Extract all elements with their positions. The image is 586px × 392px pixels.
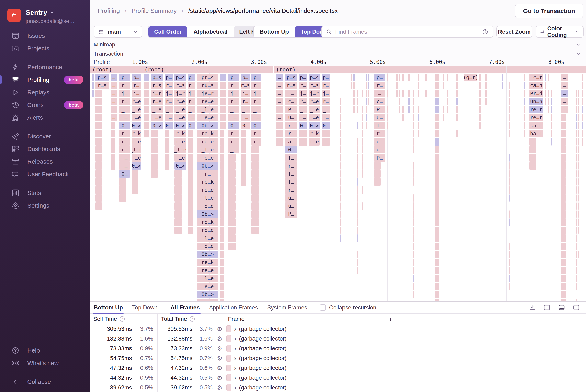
flame-frame[interactable]: [366, 122, 367, 130]
sidebar-item-issues[interactable]: Issues: [0, 30, 90, 42]
flame-frame[interactable]: f…: [285, 154, 297, 162]
flame-frame[interactable]: 0…: [251, 122, 261, 130]
flame-frame[interactable]: [96, 178, 102, 186]
flame-frame[interactable]: _…e: [309, 114, 320, 122]
flame-frame[interactable]: _l…e: [197, 146, 218, 154]
flame-frame[interactable]: [241, 170, 246, 178]
download-icon[interactable]: [528, 304, 536, 311]
flame-frame[interactable]: [340, 234, 342, 242]
gear-icon[interactable]: ⚙: [216, 363, 223, 373]
flame-frame[interactable]: [413, 162, 414, 170]
flame-frame[interactable]: [340, 114, 342, 122]
flame-frame[interactable]: [413, 194, 414, 202]
flame-frame[interactable]: [425, 90, 427, 97]
flame-frame[interactable]: [188, 186, 193, 194]
flame-frame[interactable]: [435, 283, 439, 290]
flame-frame[interactable]: [578, 218, 578, 226]
flame-frame[interactable]: [362, 146, 363, 154]
flame-frame[interactable]: [408, 98, 410, 106]
flame-frame[interactable]: …: [276, 98, 283, 106]
flame-frame[interactable]: [509, 250, 510, 258]
flame-frame[interactable]: [228, 218, 236, 226]
flame-frame[interactable]: c…: [285, 98, 297, 106]
flame-frame[interactable]: [447, 74, 448, 81]
flame-frame[interactable]: [241, 162, 246, 170]
flame-frame[interactable]: [188, 202, 193, 210]
flame-frame[interactable]: [119, 194, 127, 202]
flame-frame[interactable]: …: [111, 90, 117, 97]
flame-frame[interactable]: [368, 82, 369, 89]
flame-frame[interactable]: u…: [374, 138, 385, 146]
flame-frame[interactable]: [576, 90, 577, 97]
flame-frame[interactable]: u…: [374, 146, 385, 154]
flame-frame[interactable]: [321, 130, 330, 138]
flame-frame[interactable]: [435, 275, 439, 282]
flame-frame[interactable]: [545, 90, 546, 97]
flame-frame[interactable]: [111, 146, 115, 154]
flame-frame[interactable]: p…: [228, 74, 239, 81]
flame-frame[interactable]: [387, 106, 388, 113]
layout-right-icon[interactable]: [572, 304, 580, 311]
flame-frame[interactable]: ba…1: [529, 130, 543, 138]
flame-frame[interactable]: [220, 138, 224, 146]
flame-frame[interactable]: [228, 178, 236, 186]
expand-chevron-icon[interactable]: ›: [234, 355, 236, 362]
flame-frame[interactable]: [561, 250, 566, 258]
find-frames-search[interactable]: Find Frames: [321, 26, 493, 38]
self-time-header[interactable]: Self Time ?: [93, 314, 125, 324]
flame-frame[interactable]: [576, 210, 577, 218]
flame-frame[interactable]: [357, 98, 358, 106]
flame-frame[interactable]: [188, 130, 193, 138]
flame-frame[interactable]: [151, 170, 158, 178]
flame-frame[interactable]: [357, 259, 358, 266]
flame-frame[interactable]: [456, 98, 457, 106]
flame-frame[interactable]: [413, 138, 414, 146]
flame-root-frame[interactable]: [447, 66, 506, 73]
flame-frame[interactable]: r…: [165, 82, 173, 89]
flame-frame[interactable]: [524, 122, 525, 130]
flame-frame[interactable]: r…: [321, 82, 330, 89]
flame-frame[interactable]: 0…>: [175, 122, 186, 130]
flame-frame[interactable]: [578, 202, 578, 210]
flame-frame[interactable]: …: [276, 90, 283, 97]
flame-frame[interactable]: [188, 226, 193, 234]
flame-frame[interactable]: [545, 74, 546, 81]
flame-frame[interactable]: [366, 114, 367, 122]
flame-frame[interactable]: [413, 130, 414, 138]
flame-frame[interactable]: [144, 122, 149, 130]
flame-frame[interactable]: _l…e: [197, 234, 218, 242]
flame-frame[interactable]: [578, 170, 578, 178]
flame-frame[interactable]: [368, 98, 369, 106]
flame-frame[interactable]: [188, 170, 193, 178]
flame-frame[interactable]: [561, 267, 566, 274]
flame-frame[interactable]: [96, 170, 102, 178]
frame-cell[interactable]: ›(garbage collector): [226, 383, 286, 392]
flame-frame[interactable]: [362, 202, 363, 210]
flame-frame[interactable]: _l…e: [175, 146, 186, 154]
flame-frame[interactable]: [228, 242, 236, 250]
flame-frame[interactable]: …: [111, 106, 117, 113]
flame-root-frame[interactable]: (root): [90, 66, 142, 73]
flame-frame[interactable]: …: [111, 114, 117, 122]
flame-frame[interactable]: _…e: [175, 114, 186, 122]
flame-frame[interactable]: [251, 154, 259, 162]
flame-frame[interactable]: [413, 210, 414, 218]
flame-frame[interactable]: [435, 98, 439, 106]
flame-frame[interactable]: [576, 194, 577, 202]
flame-frame[interactable]: [362, 90, 363, 97]
flame-frame[interactable]: r…: [119, 82, 130, 89]
flame-frame[interactable]: r…: [285, 122, 297, 130]
flame-frame[interactable]: [447, 90, 448, 97]
flame-frame[interactable]: [509, 98, 510, 106]
flame-frame[interactable]: r…: [228, 98, 239, 106]
flame-frame[interactable]: r…s: [96, 82, 109, 89]
flame-frame[interactable]: …: [111, 82, 117, 89]
flame-frame[interactable]: [220, 162, 224, 170]
flame-frame[interactable]: [456, 106, 457, 113]
flame-frame[interactable]: [561, 138, 566, 146]
flame-frame[interactable]: [340, 210, 342, 218]
flame-frame[interactable]: [418, 130, 419, 138]
frame-cell[interactable]: ›(garbage collector): [226, 363, 286, 373]
flame-frame[interactable]: re…k: [197, 218, 218, 226]
flame-frame[interactable]: [561, 275, 566, 282]
